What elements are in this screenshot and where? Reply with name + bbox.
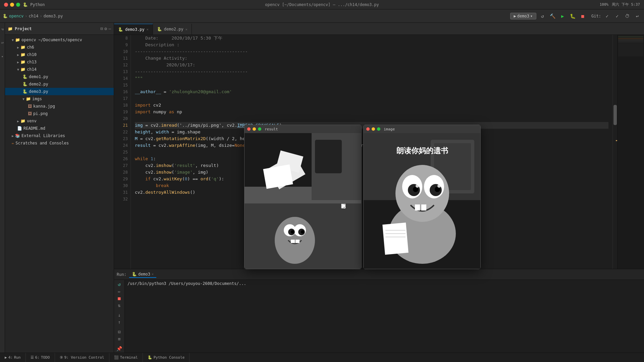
rerun-button[interactable]: ↺ — [115, 281, 123, 287]
settings-icon[interactable]: ⚙ — [104, 26, 107, 31]
demo2-label: demo2.py — [29, 82, 48, 86]
tab-demo2-close[interactable]: ✕ — [185, 27, 187, 31]
sidebar-item-demo2[interactable]: 🐍 demo2.py — [5, 80, 114, 88]
sidebar-item-readme[interactable]: 📄 README.md — [5, 125, 114, 132]
run-tab-demo3[interactable]: 🐍 demo3 ✕ — [129, 271, 156, 278]
scroll-end-button[interactable]: ↓ — [115, 312, 123, 318]
run-config-label: demo3 — [517, 14, 529, 18]
cv-window-result-titlebar: result — [245, 125, 361, 133]
run-button[interactable]: ▶ — [558, 12, 567, 20]
line-16: __author__ = 'zhulongkun20@gmail.com' — [135, 88, 608, 95]
sidebar-item-external[interactable]: ▶ 📚 External Libraries — [5, 132, 114, 139]
sidebar-favorites-icon[interactable]: ★ — [0, 50, 5, 63]
cv-window-result[interactable]: result — [244, 125, 362, 269]
sidebar-item-ch13[interactable]: ▶ 📁 ch13 — [5, 58, 114, 66]
tab-run[interactable]: ▶ 4: Run — [0, 353, 26, 362]
run-tab-label: Run — [14, 355, 21, 360]
svg-rect-32 — [415, 204, 420, 210]
run-content: ↺ ✏ ■ ⇅ ↓ ↑ ⊡ ≡ 📌 /usr/bin/python3 /User… — [114, 280, 644, 353]
settings-button[interactable]: ≡ — [115, 336, 123, 342]
cv-close-icon[interactable] — [247, 127, 251, 131]
maximize-button[interactable] — [16, 3, 20, 7]
sidebar-item-venv[interactable]: ▶ 📁 venv — [5, 117, 114, 125]
close-button[interactable] — [4, 3, 8, 7]
cv-image-close-icon[interactable] — [366, 127, 370, 131]
breadcrumb-file[interactable]: demo3.py — [44, 14, 63, 18]
demo3-icon: 🐍 — [22, 89, 28, 94]
edit-run-button[interactable]: ✏ — [115, 288, 123, 294]
tab-python-console[interactable]: 🐍 Python Console — [143, 353, 190, 362]
scroll-start-button[interactable]: ↑ — [115, 319, 123, 325]
run-config-dropdown[interactable]: ▶ demo3 ▾ — [510, 13, 537, 19]
reload-button[interactable]: ↺ — [538, 12, 546, 20]
stop-button[interactable]: ■ — [579, 12, 587, 20]
line-10: ----------------------------------------… — [135, 48, 608, 55]
sidebar-item-pi[interactable]: 🖼 pi.png — [5, 110, 114, 117]
collapse-all-icon[interactable]: ⊟ — [101, 26, 103, 31]
project-icons: ⊟ ⚙ — — [101, 26, 111, 31]
ch13-arrow: ▶ — [17, 60, 19, 64]
breadcrumb-folder[interactable]: ch14 — [29, 14, 39, 18]
sidebar-project-icon[interactable]: P — [0, 23, 5, 36]
sidebar-item-kanna[interactable]: 🖼 kanna.jpg — [5, 103, 114, 110]
sidebar-item-demo3[interactable]: 🐍 demo3.py — [5, 88, 114, 95]
sidebar-item-demo1[interactable]: 🐍 demo1.py — [5, 73, 114, 80]
sidebar-item-scratches[interactable]: ✏ Scratches and Consoles — [5, 139, 114, 147]
svg-rect-16 — [296, 240, 300, 243]
scroll-thumb[interactable] — [613, 105, 617, 125]
tab-demo3-icon: 🐍 — [118, 27, 123, 32]
cv-image-zoom-icon[interactable] — [377, 127, 380, 131]
scratches-label: Scratches and Consoles — [15, 141, 69, 145]
project-tree: ▼ 📁 opencv ~/Documents/opencv ▶ 📁 ch6 ▶ … — [5, 35, 114, 353]
git-revert[interactable]: ↩ — [633, 12, 641, 20]
ch10-folder-icon: 📁 — [20, 52, 25, 57]
minimize-panel-icon[interactable]: — — [108, 26, 111, 31]
run-panel: Run: 🐍 demo3 ✕ ↺ ✏ ■ ⇅ ↓ ↑ ⊡ — [114, 269, 644, 353]
tab-todo[interactable]: ☰ 6: TODO — [26, 353, 55, 362]
ch6-arrow: ▶ — [17, 46, 19, 49]
line-12: 2020/10/17: — [135, 62, 608, 68]
pi-icon: 🖼 — [28, 111, 32, 116]
line-15 — [135, 82, 608, 88]
tab-terminal[interactable]: ⬛ Terminal — [109, 353, 143, 362]
sidebar-item-ch14[interactable]: ▼ 📁 ch14 — [5, 66, 114, 73]
git-check[interactable]: ✓ — [603, 12, 611, 20]
tab-demo3-close[interactable]: ✕ — [147, 27, 149, 31]
cv-image-minimize-icon[interactable] — [372, 127, 375, 131]
stop-run-button[interactable]: ■ — [115, 295, 123, 301]
breadcrumb-project[interactable]: opencv — [9, 14, 23, 18]
tab-demo2[interactable]: 🐍 demo2.py ✕ — [153, 24, 192, 35]
build-button[interactable]: 🔨 — [548, 12, 556, 20]
wrap-button[interactable]: ⊡ — [115, 329, 123, 335]
cv-window-image[interactable]: image — [363, 125, 481, 269]
git-history[interactable]: ⏱ — [623, 12, 631, 20]
cv-zoom-icon[interactable] — [258, 127, 261, 131]
git-check2[interactable]: ✓ — [613, 12, 621, 20]
sidebar-item-ch6[interactable]: ▶ 📁 ch6 — [5, 44, 114, 51]
sort-button[interactable]: ⇅ — [115, 302, 123, 308]
run-tab-bar: Run: 🐍 demo3 ✕ — [114, 269, 644, 280]
imgs-label: imgs — [32, 97, 42, 101]
scratches-icon: ✏ — [12, 141, 14, 145]
sidebar-item-imgs[interactable]: ▼ 📁 imgs — [5, 95, 114, 103]
debug-button[interactable]: 🐛 — [569, 12, 577, 20]
editor-scrollbar[interactable] — [612, 35, 617, 269]
sidebar-item-ch10[interactable]: ▶ 📁 ch10 — [5, 51, 114, 58]
run-tab-num: 4: — [8, 355, 13, 360]
kanna-label: kanna.jpg — [33, 104, 55, 109]
sidebar-structure-icon[interactable]: S — [0, 36, 5, 50]
pin-button[interactable]: 📌 — [115, 346, 123, 351]
run-tab-close[interactable]: ✕ — [152, 272, 154, 276]
chevron-down-icon: ▾ — [530, 14, 533, 18]
tab-demo3[interactable]: 🐍 demo3.py ✕ — [114, 24, 153, 35]
tree-root[interactable]: ▼ 📁 opencv ~/Documents/opencv — [5, 36, 114, 44]
root-folder-icon: 📁 — [15, 38, 20, 42]
line-numbers: 8 9 10 11 12 13 14 15 16 17 18 19 20 21 … — [114, 35, 131, 269]
external-icon: 📚 — [15, 133, 20, 138]
tab-version-control[interactable]: ⑨ 9: Version Control — [55, 353, 109, 362]
minimize-button[interactable] — [10, 3, 14, 7]
svg-rect-33 — [421, 204, 426, 210]
readme-icon: 📄 — [17, 126, 22, 131]
cv-minimize-icon[interactable] — [253, 127, 256, 131]
window-title: opencv [~/Documents/opencv] – .../ch14/d… — [265, 2, 379, 7]
